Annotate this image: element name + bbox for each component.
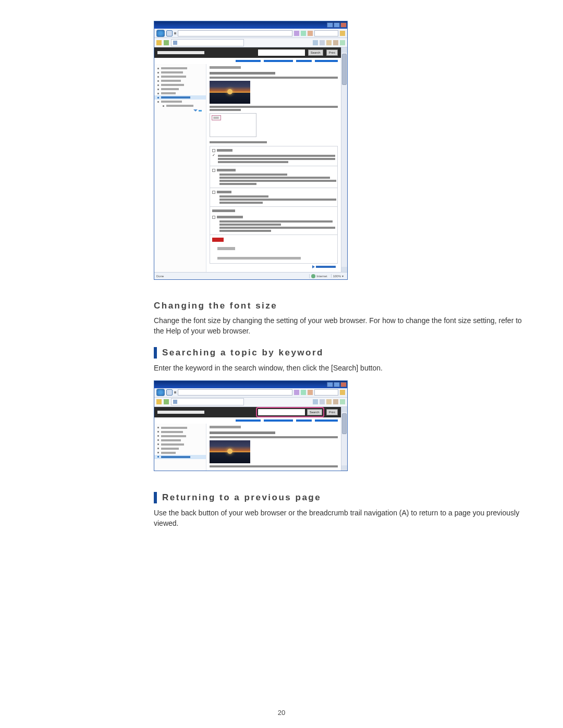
address-bar	[178, 389, 292, 396]
help-nav-sidebar	[154, 424, 206, 471]
help-search-input	[258, 50, 305, 56]
search-area-highlight: Search	[257, 408, 323, 416]
home-icon	[308, 31, 313, 36]
browser-search-box	[314, 389, 338, 396]
minimize-icon	[327, 22, 333, 28]
screenshot-search-highlighted: Search Print	[154, 380, 348, 471]
feeds-icon	[320, 40, 325, 45]
favorites-star-icon	[156, 399, 162, 404]
help-search-button: Search	[308, 50, 323, 56]
browser-tab-toolbar	[154, 398, 347, 407]
browser-tab-toolbar	[154, 38, 347, 47]
breadcrumb-trail	[154, 58, 341, 64]
window-titlebar	[154, 381, 347, 388]
dropdown-arrow-icon	[174, 391, 176, 393]
dropdown-arrow-icon	[174, 32, 176, 34]
paragraph-returning-page: Use the back button of your web browser …	[154, 508, 527, 529]
screenshot-help-page-full: Search Print	[154, 21, 348, 280]
forward-button-icon	[166, 389, 173, 396]
detail-inset-box	[210, 113, 256, 137]
close-icon	[340, 22, 347, 28]
browser-tab	[171, 398, 244, 405]
maximize-icon	[334, 382, 340, 387]
help-header-bar: Search Print	[154, 47, 341, 58]
tab-favicon-icon	[173, 400, 177, 404]
home-toolbar-icon	[313, 399, 318, 404]
maximize-icon	[334, 22, 340, 28]
help-search-button: Search	[307, 409, 322, 415]
example-photo	[210, 440, 250, 463]
back-button-icon	[156, 389, 165, 396]
help-header-bar: Search Print	[154, 407, 341, 417]
callout-highlight-icon	[212, 115, 221, 120]
sidebar-expand-indicator	[193, 109, 202, 112]
paragraph-searching-keyword: Enter the keyword in the search window, …	[154, 363, 527, 373]
help-print-button: Print	[326, 409, 338, 415]
feeds-icon	[320, 399, 325, 404]
vertical-scrollbar	[341, 407, 347, 471]
page-menu-icon	[333, 40, 338, 45]
internet-zone-icon	[311, 274, 315, 278]
browser-status-bar: Done Internet 100%▾	[154, 272, 347, 279]
tools-icon	[340, 40, 345, 45]
stop-icon	[301, 390, 306, 395]
browser-tab	[171, 39, 244, 46]
vertical-scrollbar	[341, 47, 347, 272]
add-favorite-icon	[164, 40, 169, 45]
home-icon	[308, 390, 313, 395]
help-print-button: Print	[326, 50, 338, 56]
search-go-icon	[340, 390, 345, 395]
page-menu-icon	[333, 399, 338, 404]
refresh-icon	[294, 31, 299, 36]
address-bar	[178, 30, 292, 36]
warning-flag-icon	[212, 238, 224, 242]
print-toolbar-icon	[326, 40, 332, 45]
close-icon	[340, 382, 347, 387]
window-titlebar	[154, 21, 347, 29]
product-title-placeholder	[157, 51, 204, 54]
browser-nav-toolbar	[154, 388, 347, 398]
search-go-icon	[340, 31, 345, 36]
help-search-input	[258, 409, 305, 415]
forward-button-icon	[166, 30, 173, 36]
browser-nav-toolbar	[154, 29, 347, 38]
example-photo	[210, 81, 250, 104]
product-title-placeholder	[157, 411, 204, 414]
back-to-top-link	[210, 264, 338, 270]
print-toolbar-icon	[326, 399, 332, 404]
back-button-icon	[156, 30, 165, 37]
heading-searching-keyword: Searching a topic by keyword	[154, 347, 527, 359]
refresh-icon	[294, 390, 299, 395]
add-favorite-icon	[164, 399, 169, 404]
help-article-body	[206, 424, 341, 471]
favorites-star-icon	[156, 40, 162, 45]
tab-favicon-icon	[173, 41, 177, 45]
minimize-icon	[327, 382, 333, 387]
home-toolbar-icon	[313, 40, 318, 45]
help-nav-sidebar	[154, 64, 206, 272]
stop-icon	[301, 31, 306, 36]
paragraph-changing-font-size: Change the font size by changing the set…	[154, 315, 527, 337]
page-number: 20	[0, 709, 563, 717]
heading-returning-page: Returning to a previous page	[154, 492, 527, 503]
status-text: Done	[156, 275, 164, 278]
heading-changing-font-size: Changing the font size	[154, 301, 527, 311]
breadcrumb-trail	[154, 417, 341, 424]
browser-search-box	[314, 30, 338, 36]
help-article-body: ✓	[206, 64, 341, 272]
tools-icon	[340, 399, 345, 404]
settings-option-list: ✓	[210, 146, 338, 264]
